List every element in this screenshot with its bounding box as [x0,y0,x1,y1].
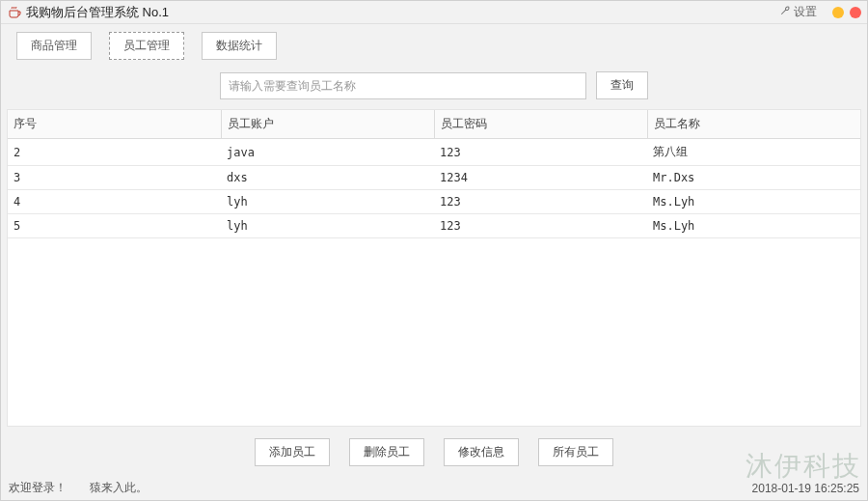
all-employees-button[interactable]: 所有员工 [538,438,613,466]
window-title: 我购物后台管理系统 No.1 [26,4,169,21]
cell-account: lyh [221,190,434,214]
cell-name: Ms.Lyh [647,214,860,238]
settings-label: 设置 [794,4,817,20]
cell-account: lyh [221,214,434,238]
table-row[interactable]: 2java123第八组 [8,139,860,166]
col-header-name[interactable]: 员工名称 [647,110,860,139]
cell-password: 1234 [434,166,647,190]
search-row: 查询 [1,66,867,109]
settings-button[interactable]: 设置 [779,4,817,20]
cell-name: Ms.Lyh [647,190,860,214]
cell-password: 123 [434,214,647,238]
wrench-icon [779,5,791,19]
titlebar: 我购物后台管理系统 No.1 设置 [1,1,867,24]
table-header-row: 序号 员工账户 员工密码 员工名称 [8,110,860,139]
action-bar: 添加员工 删除员工 修改信息 所有员工 [1,427,867,478]
col-header-account[interactable]: 员工账户 [221,110,434,139]
col-header-password[interactable]: 员工密码 [434,110,647,139]
status-bar: 欢迎登录！ 猿来入此。 2018-01-19 16:25:25 [1,478,867,500]
edit-employee-button[interactable]: 修改信息 [444,438,519,466]
nav-stats[interactable]: 数据统计 [202,32,277,60]
table-row[interactable]: 5lyh123Ms.Lyh [8,214,860,238]
cell-password: 123 [434,139,647,166]
search-input[interactable] [220,72,586,99]
nav-products[interactable]: 商品管理 [16,32,92,60]
cell-password: 123 [434,190,647,214]
add-employee-button[interactable]: 添加员工 [255,438,330,466]
cell-id: 2 [8,139,221,166]
cell-id: 3 [8,166,221,190]
minimize-icon[interactable] [832,7,844,18]
cell-name: Mr.Dxs [647,166,860,190]
cell-account: java [221,139,434,166]
table-row[interactable]: 4lyh123Ms.Lyh [8,190,860,214]
tagline-text: 猿来入此。 [90,480,148,496]
nav-employees[interactable]: 员工管理 [109,32,184,60]
search-button[interactable]: 查询 [596,71,648,99]
close-icon[interactable] [850,7,861,18]
welcome-text: 欢迎登录！ [9,480,67,496]
employee-table: 序号 员工账户 员工密码 员工名称 2java123第八组3dxs1234Mr.… [7,109,861,427]
cell-account: dxs [221,166,434,190]
col-header-id[interactable]: 序号 [8,110,221,139]
delete-employee-button[interactable]: 删除员工 [349,438,424,466]
top-nav: 商品管理 员工管理 数据统计 [1,24,867,66]
timestamp-text: 2018-01-19 16:25:25 [752,482,859,495]
table-row[interactable]: 3dxs1234Mr.Dxs [8,166,860,190]
cell-id: 5 [8,214,221,238]
cell-id: 4 [8,190,221,214]
cell-name: 第八组 [647,139,860,166]
app-icon [7,5,22,20]
